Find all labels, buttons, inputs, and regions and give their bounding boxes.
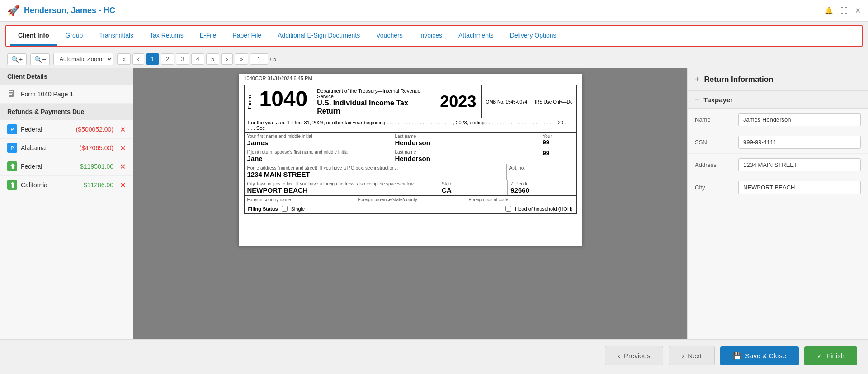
field-row-ssn: SSN [688,131,868,154]
field-row-address: Address [688,154,868,176]
refund-label-alabama: Alabama [21,144,75,151]
field-row-city: City [688,176,868,199]
form-1040: Form 1040 Department of the Treasury—Int… [239,85,582,219]
address-field-input[interactable] [738,158,861,171]
remove-federal-refund-button[interactable]: ✕ [120,162,126,171]
refund-icon-california: ⬆ [7,180,17,190]
previous-label: Previous [624,352,650,360]
doc-timestamp: 1040COR 01/31/2024 6:45 PM [239,74,582,82]
finish-button[interactable]: ✓ Finish [804,346,857,365]
city-field-input[interactable] [738,181,861,194]
svg-rect-1 [9,91,13,92]
close-icon[interactable]: ✕ [855,6,861,15]
pay-icon-alabama: P [7,143,17,153]
page-1-button[interactable]: 1 [146,53,159,65]
tab-attachments[interactable]: Attachments [450,26,502,46]
tab-client-info[interactable]: Client Info [10,26,57,46]
filing-status-row: Filing Status Single Head of household (… [244,204,577,214]
form-omb-col: OMB No. 1545-0074 [482,85,531,118]
ssn-field-label: SSN [695,139,731,146]
last-page-button[interactable]: » [235,53,248,65]
name-field-input[interactable] [738,113,861,126]
single-label: Single [291,206,305,212]
form-address-row: Home address (number and street). If you… [244,164,577,180]
document-content: 1040COR 01/31/2024 6:45 PM Form 1040 Dep… [239,74,582,246]
hoh-label: Head of household (HOH) [515,206,572,212]
remove-california-button[interactable]: ✕ [120,181,126,189]
zoom-select[interactable]: Automatic Zoom [53,53,113,65]
tab-vouchers[interactable]: Vouchers [368,26,410,46]
zoom-in-button[interactable]: 🔍+ [7,53,27,65]
refund-amount-california: $11286.00 [84,181,113,189]
document-scroll[interactable]: 1040COR 01/31/2024 6:45 PM Form 1040 Dep… [133,68,687,339]
form-foreign-row: Foreign country name Foreign province/st… [244,196,577,204]
tab-tax-returns[interactable]: Tax Returns [142,26,192,46]
sidebar-item-form1040[interactable]: Form 1040 Page 1 [0,85,133,104]
next-chevron-icon: › [682,352,684,360]
tab-paper-file[interactable]: Paper File [224,26,269,46]
refund-row-california: ⬆ California $11286.00 ✕ [0,176,133,194]
form-spouse-row: If joint return, spouse's first name and… [244,148,577,164]
last-name-cell: Last name Henderson [392,133,540,148]
remove-federal-pay-button[interactable]: ✕ [120,125,126,134]
form-label-col: Form [245,85,254,118]
svg-rect-2 [9,93,13,94]
expand-icon[interactable]: ⛶ [840,7,848,15]
hoh-checkbox[interactable] [505,206,511,212]
zip-cell: ZIP code 92660 [508,180,576,195]
collapse-icon: − [695,95,699,104]
spouse-last-cell: Last name Henderson [392,148,540,164]
sidebar: Client Details Form 1040 Page 1 Refunds … [0,68,133,339]
ssn-cell: Your 99 [540,133,576,148]
name-field-label: Name [695,116,731,123]
field-row-name: Name [688,109,868,131]
page-3-button[interactable]: 3 [176,53,189,65]
tab-efile[interactable]: E-File [192,26,225,46]
tab-group[interactable]: Group [57,26,91,46]
next-page-button[interactable]: › [221,53,233,65]
tab-invoices[interactable]: Invoices [411,26,450,46]
remove-alabama-button[interactable]: ✕ [120,144,126,152]
single-checkbox[interactable] [282,206,288,212]
refund-amount-alabama: ($47065.00) [79,144,113,151]
zoom-out-button[interactable]: 🔍− [30,53,50,65]
notification-icon[interactable]: 🔔 [824,6,833,15]
previous-button[interactable]: ‹ Previous [605,346,663,365]
form-city-row: City, town or post office. If you have a… [244,180,577,196]
save-close-button[interactable]: 💾 Save & Close [720,346,799,365]
foreign-postal-cell: Foreign postal code [466,196,576,204]
tab-delivery-options[interactable]: Delivery Options [502,26,565,46]
page-2-button[interactable]: 2 [161,53,174,65]
taxpayer-label: Taxpayer [703,96,733,104]
page-input[interactable] [250,53,268,65]
header-title: Henderson, James - HC [24,6,824,15]
city-field-label: City [695,184,731,191]
pay-icon-federal: P [7,124,17,134]
page-4-button[interactable]: 4 [191,53,204,65]
taxpayer-section-header[interactable]: − Taxpayer [688,91,868,109]
next-label: Next [688,352,702,360]
form-number: 1040 [259,88,308,110]
first-page-button[interactable]: « [117,53,130,65]
tab-additional-esign[interactable]: Additional E-Sign Documents [269,26,368,46]
prev-page-button[interactable]: ‹ [132,53,144,65]
form-agency-line1: Department of the Treasury—Internal Reve… [317,88,430,99]
refund-amount-federal-refund: $119501.00 [80,163,113,170]
form-title-row: Form 1040 Department of the Treasury—Int… [244,85,577,118]
page-nav: « ‹ 1 2 3 4 5 › » / 5 [117,53,276,65]
page-5-button[interactable]: 5 [206,53,219,65]
client-details-section: Client Details [0,68,133,85]
form-irs-col: IRS Use Only—Do [531,85,576,118]
tab-bar: Client Info Group Transmittals Tax Retur… [5,25,863,47]
right-panel: + Return Information − Taxpayer Name SSN… [687,68,868,339]
refund-row-alabama-pay: P Alabama ($47065.00) ✕ [0,139,133,157]
expand-section-icon[interactable]: + [695,75,700,84]
right-panel-title: Return Information [704,75,774,84]
ssn-field-input[interactable] [738,136,861,149]
next-button[interactable]: › Next [669,346,715,365]
form-irs-use: IRS Use Only—Do [535,99,572,104]
tab-transmittals[interactable]: Transmittals [91,26,142,46]
foreign-province-cell: Foreign province/state/county [355,196,466,204]
refund-label-california: California [21,181,80,189]
main-content: Client Details Form 1040 Page 1 Refunds … [0,68,868,339]
